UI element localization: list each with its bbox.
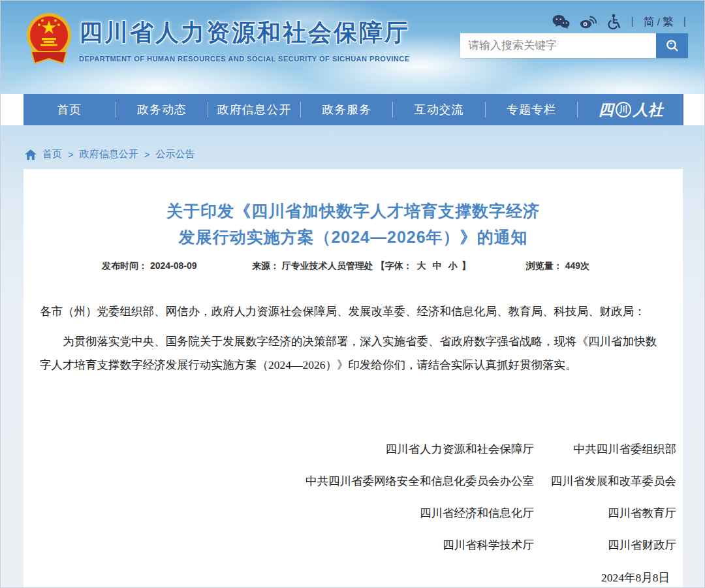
signature-right: 中共四川省委组织部 (534, 442, 676, 456)
signature-left: 四川省科学技术厅 (443, 538, 534, 552)
breadcrumb-gov-info[interactable]: 政府信息公开 (80, 148, 138, 161)
views-value: 449次 (565, 260, 589, 271)
signature-left: 四川省经济和信息化厅 (420, 506, 534, 520)
meta-source-font: 来源： 厅专业技术人员管理处 【字体： 大 中 小 】 (252, 260, 471, 272)
publish-date: 2024-08-09 (150, 260, 197, 271)
nav-item-interaction[interactable]: 互动交流 (393, 102, 485, 117)
breadcrumb-separator: > (144, 149, 150, 160)
breadcrumb-separator: > (68, 149, 74, 160)
lang-traditional-link[interactable]: 繁 (663, 14, 674, 29)
home-icon (25, 149, 37, 160)
font-size-medium-button[interactable]: 中 (433, 260, 442, 271)
logo-circle-char: 川 (616, 102, 631, 117)
topbar-divider-2: | (683, 16, 686, 27)
article-paragraph-recipients: 各市（州）党委组织部、网信办，政府人力资源社会保障局、发展改革委、经济和信息化局… (40, 300, 666, 323)
weibo-icon[interactable] (580, 14, 597, 29)
signature-left: 四川省人力资源和社会保障厅 (386, 442, 535, 456)
lang-switch: 简 / 繁 (644, 14, 674, 29)
search-icon (665, 38, 680, 54)
font-bracket-close: 】 (462, 260, 471, 271)
signature-row: 中共四川省委网络安全和信息化委员会办公室 四川省发展和改革委员会 (24, 474, 676, 488)
signature-row: 四川省科学技术厅 四川省财政厅 (24, 538, 676, 552)
views-label: 浏览量： (526, 260, 563, 271)
logo-char-left: 四 (599, 100, 614, 120)
nav-item-home[interactable]: 首页 (24, 102, 116, 117)
topbar: | 简 / 繁 | (552, 14, 686, 29)
lang-simplified-link[interactable]: 简 (644, 14, 655, 29)
national-emblem (25, 10, 72, 73)
site-title: 四川省人力资源和社会保障厅 (79, 17, 410, 49)
signature-right: 四川省教育厅 (534, 506, 676, 520)
signature-right: 四川省发展和改革委员会 (534, 474, 676, 488)
article-paragraph-main: 为贯彻落实党中央、国务院关于发展数字经济的决策部署，深入实施省委、省政府数字强省… (40, 330, 666, 377)
national-emblem-icon (25, 10, 72, 70)
signature-left: 中共四川省委网络安全和信息化委员会办公室 (306, 474, 534, 488)
font-bracket-open: 【字体： (376, 260, 413, 271)
meta-publish: 发布时间： 2024-08-09 (102, 260, 197, 272)
signature-date: 2024年8月8日 (24, 570, 676, 585)
search-button[interactable] (656, 33, 688, 58)
meta-views: 浏览量： 449次 (526, 260, 589, 272)
search-input[interactable] (460, 33, 656, 58)
breadcrumb-home[interactable]: 首页 (42, 148, 62, 161)
publish-label: 发布时间： (102, 260, 148, 271)
search-bar (460, 33, 688, 58)
signature-row: 四川省人力资源和社会保障厅 中共四川省委组织部 (24, 442, 676, 456)
site-logo-link[interactable]: 四川省人力资源和社会保障厅 DEPARTMENT OF HUMAN RESOUR… (79, 17, 410, 63)
source-label: 来源： (252, 260, 279, 271)
lang-slash: / (657, 16, 660, 27)
sichuan-renshe-logo[interactable]: 四 川 人社 (578, 100, 683, 120)
site-subtitle: DEPARTMENT OF HUMAN RESOURCES AND SOCIAL… (79, 55, 410, 63)
accessibility-icon[interactable] (606, 14, 621, 29)
signature-right: 四川省财政厅 (534, 538, 676, 552)
nav-item-gov-info[interactable]: 政府信息公开 (208, 102, 300, 117)
nav-item-news[interactable]: 政务动态 (116, 102, 208, 117)
topbar-divider: | (631, 16, 634, 27)
article-body: 各市（州）党委组织部、网信办，政府人力资源社会保障局、发展改革委、经济和信息化局… (40, 300, 666, 377)
signature-row: 四川省经济和信息化厅 四川省教育厅 (24, 506, 676, 520)
site-header: 四川省人力资源和社会保障厅 DEPARTMENT OF HUMAN RESOUR… (1, 1, 704, 94)
article-title: 关于印发《四川省加快数字人才培育支撑数字经济 发展行动实施方案（2024—202… (24, 198, 683, 250)
article-title-line2: 发展行动实施方案（2024—2026年）》的通知 (24, 224, 683, 250)
wechat-icon[interactable] (552, 14, 570, 29)
font-size-small-button[interactable]: 小 (448, 260, 457, 271)
article-title-line1: 关于印发《四川省加快数字人才培育支撑数字经济 (24, 198, 683, 224)
logo-char-right: 人社 (633, 100, 663, 120)
breadcrumb-current: 公示公告 (156, 148, 195, 161)
signature-block: 四川省人力资源和社会保障厅 中共四川省委组织部 中共四川省委网络安全和信息化委员… (24, 442, 683, 585)
article-meta: 发布时间： 2024-08-09 来源： 厅专业技术人员管理处 【字体： 大 中… (24, 260, 683, 272)
nav-item-services[interactable]: 政务服务 (301, 102, 393, 117)
font-size-large-button[interactable]: 大 (417, 260, 426, 271)
article-card: 关于印发《四川省加快数字人才培育支撑数字经济 发展行动实施方案（2024—202… (24, 169, 683, 587)
page: 四川省人力资源和社会保障厅 DEPARTMENT OF HUMAN RESOUR… (0, 0, 705, 588)
nav-item-topics[interactable]: 专题专栏 (486, 102, 578, 117)
breadcrumb: 首页 > 政府信息公开 > 公示公告 (25, 148, 195, 161)
source-value: 厅专业技术人员管理处 (282, 260, 373, 271)
main-nav: 首页 政务动态 政府信息公开 政务服务 互动交流 专题专栏 四 川 人社 (24, 94, 683, 125)
